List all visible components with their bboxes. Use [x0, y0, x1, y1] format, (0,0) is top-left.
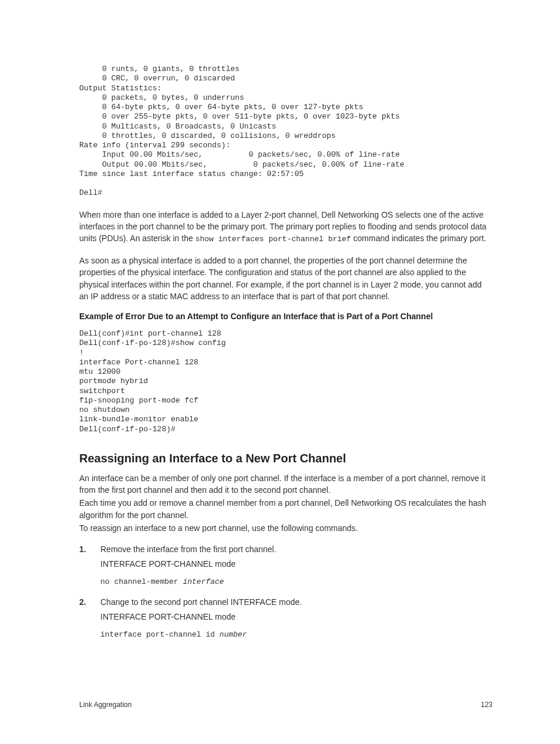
- body-paragraph-5: To reassign an interface to a new port c…: [79, 522, 492, 534]
- step-2-text: Change to the second port channel INTERF…: [100, 597, 302, 607]
- step-1-number: 1.: [79, 543, 86, 556]
- step-1-cmd-text: no channel-member: [100, 577, 183, 586]
- footer-title: Link Aggregation: [79, 701, 131, 709]
- step-1-cmd-arg: interface: [183, 577, 224, 586]
- section-heading: Reassigning an Interface to a New Port C…: [79, 452, 492, 465]
- steps-list: 1. Remove the interface from the first p…: [79, 543, 492, 640]
- step-1-mode: INTERFACE PORT-CHANNEL mode: [100, 558, 492, 570]
- step-1: 1. Remove the interface from the first p…: [100, 543, 492, 588]
- body-paragraph-3: An interface can be a member of only one…: [79, 472, 492, 496]
- body-paragraph-4: Each time you add or remove a channel me…: [79, 497, 492, 521]
- footer-page-number: 123: [481, 701, 492, 709]
- step-2-cmd-text: interface port-channel id: [100, 630, 220, 639]
- step-2: 2. Change to the second port channel INT…: [100, 596, 492, 641]
- example-heading: Example of Error Due to an Attempt to Co…: [79, 312, 492, 321]
- step-1-text: Remove the interface from the first port…: [100, 545, 276, 554]
- step-2-cmd-arg: number: [220, 630, 247, 639]
- step-2-mode: INTERFACE PORT-CHANNEL mode: [100, 611, 492, 623]
- document-page: 0 runts, 0 giants, 0 throttles 0 CRC, 0 …: [0, 0, 560, 744]
- body-paragraph-1: When more than one interface is added to…: [79, 209, 492, 245]
- body-paragraph-2: As soon as a physical interface is added…: [79, 255, 492, 302]
- page-footer: Link Aggregation 123: [79, 701, 492, 709]
- inline-command: show interfaces port-channel brief: [195, 235, 351, 244]
- cli-config-block: Dell(conf)#int port-channel 128 Dell(con…: [79, 329, 492, 434]
- step-2-number: 2.: [79, 596, 86, 608]
- para1-text-b: command indicates the primary port.: [351, 234, 486, 243]
- step-2-command: interface port-channel id number: [100, 629, 492, 641]
- cli-output-block: 0 runts, 0 giants, 0 throttles 0 CRC, 0 …: [79, 65, 492, 198]
- step-1-command: no channel-member interface: [100, 576, 492, 588]
